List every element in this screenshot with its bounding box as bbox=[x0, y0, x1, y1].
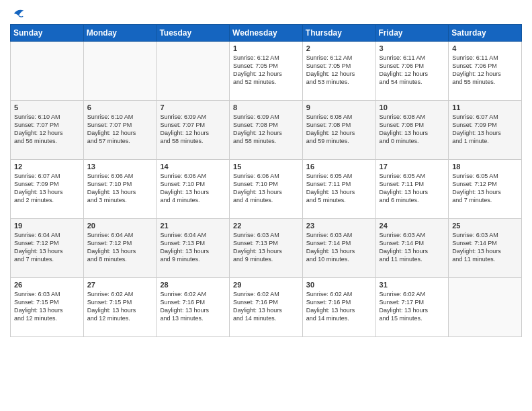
calendar-cell: 6Sunrise: 6:10 AM Sunset: 7:07 PM Daylig… bbox=[83, 101, 157, 160]
day-number: 6 bbox=[87, 103, 153, 111]
day-info: Sunrise: 6:10 AM Sunset: 7:07 PM Dayligh… bbox=[87, 113, 153, 146]
calendar-cell: 18Sunrise: 6:05 AM Sunset: 7:12 PM Dayli… bbox=[449, 160, 522, 219]
calendar-cell: 11Sunrise: 6:07 AM Sunset: 7:09 PM Dayli… bbox=[449, 101, 522, 160]
day-info: Sunrise: 6:04 AM Sunset: 7:12 PM Dayligh… bbox=[87, 231, 153, 264]
calendar-cell: 13Sunrise: 6:06 AM Sunset: 7:10 PM Dayli… bbox=[83, 160, 157, 219]
day-number: 10 bbox=[380, 103, 445, 111]
day-number: 14 bbox=[160, 163, 226, 171]
day-number: 27 bbox=[87, 281, 153, 289]
day-info: Sunrise: 6:05 AM Sunset: 7:11 PM Dayligh… bbox=[380, 172, 445, 205]
day-info: Sunrise: 6:03 AM Sunset: 7:14 PM Dayligh… bbox=[306, 231, 372, 264]
calendar-day-header: Friday bbox=[375, 25, 449, 42]
day-info: Sunrise: 6:06 AM Sunset: 7:10 PM Dayligh… bbox=[233, 172, 299, 205]
calendar-cell: 5Sunrise: 6:10 AM Sunset: 7:07 PM Daylig… bbox=[11, 101, 84, 160]
day-number: 22 bbox=[233, 222, 299, 230]
day-info: Sunrise: 6:02 AM Sunset: 7:16 PM Dayligh… bbox=[160, 290, 226, 323]
day-number: 31 bbox=[380, 281, 445, 289]
day-number: 11 bbox=[452, 103, 518, 111]
day-number: 21 bbox=[160, 222, 226, 230]
day-info: Sunrise: 6:09 AM Sunset: 7:08 PM Dayligh… bbox=[233, 113, 299, 146]
header bbox=[10, 7, 522, 19]
calendar-table: SundayMondayTuesdayWednesdayThursdayFrid… bbox=[10, 24, 522, 337]
calendar-cell bbox=[157, 42, 230, 101]
day-number: 17 bbox=[380, 163, 445, 171]
calendar-day-header: Sunday bbox=[11, 25, 84, 42]
day-info: Sunrise: 6:04 AM Sunset: 7:12 PM Dayligh… bbox=[14, 231, 80, 264]
day-number: 9 bbox=[306, 103, 372, 111]
day-info: Sunrise: 6:03 AM Sunset: 7:15 PM Dayligh… bbox=[14, 290, 80, 323]
calendar-cell: 19Sunrise: 6:04 AM Sunset: 7:12 PM Dayli… bbox=[11, 219, 84, 278]
day-info: Sunrise: 6:07 AM Sunset: 7:09 PM Dayligh… bbox=[14, 172, 80, 205]
calendar-cell: 28Sunrise: 6:02 AM Sunset: 7:16 PM Dayli… bbox=[157, 278, 230, 337]
day-info: Sunrise: 6:03 AM Sunset: 7:14 PM Dayligh… bbox=[380, 231, 445, 264]
day-info: Sunrise: 6:12 AM Sunset: 7:05 PM Dayligh… bbox=[233, 54, 299, 87]
day-info: Sunrise: 6:02 AM Sunset: 7:17 PM Dayligh… bbox=[380, 290, 445, 323]
calendar-header-row: SundayMondayTuesdayWednesdayThursdayFrid… bbox=[11, 25, 522, 42]
day-number: 23 bbox=[306, 222, 372, 230]
day-number: 15 bbox=[233, 163, 299, 171]
day-info: Sunrise: 6:02 AM Sunset: 7:15 PM Dayligh… bbox=[87, 290, 153, 323]
calendar-cell: 7Sunrise: 6:09 AM Sunset: 7:07 PM Daylig… bbox=[157, 101, 230, 160]
page: SundayMondayTuesdayWednesdayThursdayFrid… bbox=[0, 0, 532, 411]
day-info: Sunrise: 6:06 AM Sunset: 7:10 PM Dayligh… bbox=[160, 172, 226, 205]
calendar-cell: 8Sunrise: 6:09 AM Sunset: 7:08 PM Daylig… bbox=[230, 101, 303, 160]
day-info: Sunrise: 6:03 AM Sunset: 7:13 PM Dayligh… bbox=[233, 231, 299, 264]
day-info: Sunrise: 6:02 AM Sunset: 7:16 PM Dayligh… bbox=[306, 290, 372, 323]
calendar-cell: 16Sunrise: 6:05 AM Sunset: 7:11 PM Dayli… bbox=[302, 160, 375, 219]
day-info: Sunrise: 6:06 AM Sunset: 7:10 PM Dayligh… bbox=[87, 172, 153, 205]
calendar-cell bbox=[11, 42, 84, 101]
calendar-cell: 4Sunrise: 6:11 AM Sunset: 7:06 PM Daylig… bbox=[449, 42, 522, 101]
day-number: 24 bbox=[380, 222, 445, 230]
day-number: 18 bbox=[452, 163, 518, 171]
day-number: 13 bbox=[87, 163, 153, 171]
day-info: Sunrise: 6:09 AM Sunset: 7:07 PM Dayligh… bbox=[160, 113, 226, 146]
logo bbox=[10, 7, 26, 19]
calendar-cell: 26Sunrise: 6:03 AM Sunset: 7:15 PM Dayli… bbox=[11, 278, 84, 337]
day-info: Sunrise: 6:07 AM Sunset: 7:09 PM Dayligh… bbox=[452, 113, 518, 146]
calendar-cell: 3Sunrise: 6:11 AM Sunset: 7:06 PM Daylig… bbox=[375, 42, 449, 101]
calendar-day-header: Tuesday bbox=[157, 25, 230, 42]
day-number: 29 bbox=[233, 281, 299, 289]
day-info: Sunrise: 6:08 AM Sunset: 7:08 PM Dayligh… bbox=[380, 113, 445, 146]
day-number: 25 bbox=[452, 222, 518, 230]
day-number: 19 bbox=[14, 222, 80, 230]
calendar-cell: 10Sunrise: 6:08 AM Sunset: 7:08 PM Dayli… bbox=[375, 101, 449, 160]
logo-bird-icon bbox=[13, 7, 25, 19]
calendar-day-header: Thursday bbox=[302, 25, 375, 42]
day-info: Sunrise: 6:05 AM Sunset: 7:11 PM Dayligh… bbox=[306, 172, 372, 205]
calendar-day-header: Wednesday bbox=[230, 25, 303, 42]
calendar-cell: 9Sunrise: 6:08 AM Sunset: 7:08 PM Daylig… bbox=[302, 101, 375, 160]
day-number: 20 bbox=[87, 222, 153, 230]
calendar-cell bbox=[83, 42, 157, 101]
calendar-cell: 1Sunrise: 6:12 AM Sunset: 7:05 PM Daylig… bbox=[230, 42, 303, 101]
calendar-week-row: 19Sunrise: 6:04 AM Sunset: 7:12 PM Dayli… bbox=[11, 219, 522, 278]
calendar-cell: 22Sunrise: 6:03 AM Sunset: 7:13 PM Dayli… bbox=[230, 219, 303, 278]
day-info: Sunrise: 6:10 AM Sunset: 7:07 PM Dayligh… bbox=[14, 113, 80, 146]
day-number: 12 bbox=[14, 163, 80, 171]
calendar-cell: 21Sunrise: 6:04 AM Sunset: 7:13 PM Dayli… bbox=[157, 219, 230, 278]
calendar-cell: 29Sunrise: 6:02 AM Sunset: 7:16 PM Dayli… bbox=[230, 278, 303, 337]
calendar-cell: 15Sunrise: 6:06 AM Sunset: 7:10 PM Dayli… bbox=[230, 160, 303, 219]
calendar-cell bbox=[449, 278, 522, 337]
day-info: Sunrise: 6:12 AM Sunset: 7:05 PM Dayligh… bbox=[306, 54, 372, 87]
calendar-cell: 23Sunrise: 6:03 AM Sunset: 7:14 PM Dayli… bbox=[302, 219, 375, 278]
calendar-cell: 31Sunrise: 6:02 AM Sunset: 7:17 PM Dayli… bbox=[375, 278, 449, 337]
calendar-cell: 2Sunrise: 6:12 AM Sunset: 7:05 PM Daylig… bbox=[302, 42, 375, 101]
calendar-week-row: 12Sunrise: 6:07 AM Sunset: 7:09 PM Dayli… bbox=[11, 160, 522, 219]
calendar-cell: 25Sunrise: 6:03 AM Sunset: 7:14 PM Dayli… bbox=[449, 219, 522, 278]
calendar-cell: 20Sunrise: 6:04 AM Sunset: 7:12 PM Dayli… bbox=[83, 219, 157, 278]
day-info: Sunrise: 6:11 AM Sunset: 7:06 PM Dayligh… bbox=[380, 54, 445, 87]
calendar-cell: 14Sunrise: 6:06 AM Sunset: 7:10 PM Dayli… bbox=[157, 160, 230, 219]
day-number: 1 bbox=[233, 44, 299, 52]
day-number: 3 bbox=[380, 44, 445, 52]
day-number: 2 bbox=[306, 44, 372, 52]
calendar-cell: 27Sunrise: 6:02 AM Sunset: 7:15 PM Dayli… bbox=[83, 278, 157, 337]
calendar-week-row: 5Sunrise: 6:10 AM Sunset: 7:07 PM Daylig… bbox=[11, 101, 522, 160]
day-number: 8 bbox=[233, 103, 299, 111]
calendar-cell: 24Sunrise: 6:03 AM Sunset: 7:14 PM Dayli… bbox=[375, 219, 449, 278]
day-number: 28 bbox=[160, 281, 226, 289]
calendar-week-row: 26Sunrise: 6:03 AM Sunset: 7:15 PM Dayli… bbox=[11, 278, 522, 337]
day-info: Sunrise: 6:11 AM Sunset: 7:06 PM Dayligh… bbox=[452, 54, 518, 87]
day-number: 7 bbox=[160, 103, 226, 111]
day-number: 26 bbox=[14, 281, 80, 289]
